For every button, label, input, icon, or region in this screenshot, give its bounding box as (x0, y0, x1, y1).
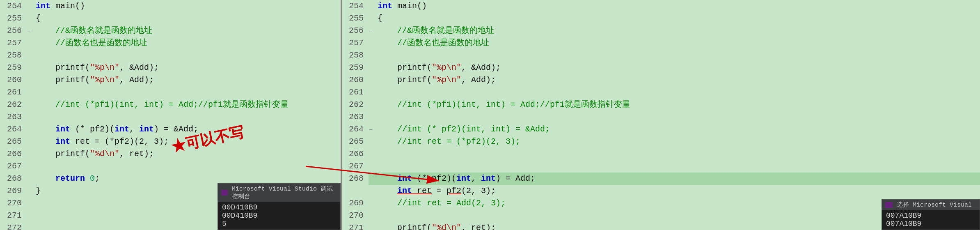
line-number: 263 (342, 111, 369, 123)
code-line-259: 259 printf("%p\n", &Add); (0, 62, 341, 74)
r-code-line-256: 256 – //&函数名就是函数的地址 (342, 25, 980, 37)
code-line-267: 267 (0, 160, 341, 172)
line-number: 261 (342, 86, 369, 99)
line-number: 266 (342, 148, 369, 160)
line-number: 261 (0, 86, 27, 99)
code-line-262: 262 //int (*pf1)(int, int) = Add;//pf1就是… (0, 99, 341, 111)
debug-console-body-left: 00D410B9 00D410B9 5 (218, 202, 340, 230)
line-content: int (* pf2)(int, int) = &Add; (34, 123, 341, 136)
line-number: 270 (0, 197, 27, 209)
line-number: 267 (0, 160, 27, 172)
line-content: //&函数名就是函数的地址 (376, 25, 980, 37)
r-code-line-268b: 268 int ret = pf2(2, 3); (342, 185, 980, 197)
line-number: 255 (0, 12, 27, 25)
line-content: //int (*pf1)(int, int) = Add;//pf1就是函数指针… (34, 99, 341, 111)
line-number: 264 (0, 123, 27, 136)
debug-title-text: Microsoft Visual Studio 调试控制台 (232, 185, 337, 200)
line-number: 269 (342, 197, 369, 209)
line-content: { (376, 12, 980, 25)
debug-console-left: Microsoft Visual Studio 调试控制台 00D410B9 0… (218, 183, 341, 230)
vs-icon (221, 190, 228, 196)
code-line-266: 266 printf("%d\n", ret); (0, 148, 341, 160)
line-number: 256 (342, 25, 369, 37)
line-marker: – (27, 25, 34, 37)
line-content: int ret = pf2(2, 3); (376, 185, 980, 197)
line-number: 265 (0, 136, 27, 148)
code-line-254: 254 int main() (0, 0, 341, 12)
code-line-265: 265 int ret = (*pf2)(2, 3); (0, 136, 341, 148)
debug-r-line-1: 007A10B9 (886, 212, 975, 220)
line-content: //函数名也是函数的地址 (34, 37, 341, 49)
line-number: 255 (342, 12, 369, 25)
line-number: 272 (0, 222, 27, 230)
debug-console-title-right: 选择 Microsoft Visual (882, 200, 980, 210)
line-content: printf("%p\n", Add); (34, 74, 341, 86)
debug-line-3: 5 (222, 220, 336, 228)
code-line-257: 257 //函数名也是函数的地址 (0, 37, 341, 49)
line-number: 271 (342, 222, 369, 230)
line-number: 263 (0, 111, 27, 123)
line-content: //int (* pf2)(int, int) = &Add; (376, 123, 980, 136)
r-code-line-255: 255 { (342, 12, 980, 25)
r-code-line-265: 265 //int ret = (*pf2)(2, 3); (342, 136, 980, 148)
debug-console-title-left: Microsoft Visual Studio 调试控制台 (218, 184, 340, 202)
code-line-256: 256 – //&函数名就是函数的地址 (0, 25, 341, 37)
line-number: 267 (342, 160, 369, 172)
line-number: 268 (0, 172, 27, 185)
line-content: //int ret = (*pf2)(2, 3); (376, 136, 980, 148)
vs-icon-right (885, 202, 893, 208)
line-number: 257 (0, 37, 27, 49)
r-code-line-263: 263 (342, 111, 980, 123)
r-code-line-254: 254 int main() (342, 0, 980, 12)
line-content: //&函数名就是函数的地址 (34, 25, 341, 37)
line-content: printf("%p\n", &Add); (34, 62, 341, 74)
line-number: 262 (0, 99, 27, 111)
line-number: 266 (0, 148, 27, 160)
line-content: printf("%p\n", &Add); (376, 62, 980, 74)
line-number: 271 (0, 209, 27, 222)
line-number: 270 (342, 209, 369, 222)
line-number: 265 (342, 136, 369, 148)
code-line-264: 264 int (* pf2)(int, int) = &Add; (0, 123, 341, 136)
line-number: 260 (0, 74, 27, 86)
debug-line-2: 00D410B9 (222, 212, 336, 220)
debug-line-1: 00D410B9 (222, 203, 336, 212)
debug-r-line-2: 007A10B9 (886, 220, 975, 228)
line-content: { (34, 12, 341, 25)
line-marker: – (369, 25, 376, 37)
line-number: 269 (0, 185, 27, 197)
line-marker: – (369, 123, 376, 136)
line-content: printf("%p\n", Add); (376, 74, 980, 86)
debug-console-right: 选择 Microsoft Visual 007A10B9 007A10B9 (882, 199, 980, 230)
right-code-area: 254 int main() 255 { 256 – //&函数名就是函数的地址… (342, 0, 980, 230)
line-number: 257 (342, 37, 369, 49)
r-code-line-258: 258 (342, 49, 980, 62)
r-code-line-264: 264 – //int (* pf2)(int, int) = &Add; (342, 123, 980, 136)
debug-console-body-right: 007A10B9 007A10B9 (882, 210, 980, 230)
line-number: 258 (0, 49, 27, 62)
line-number: 262 (342, 99, 369, 111)
line-number: 259 (342, 62, 369, 74)
r-code-line-268: 268 int (* pf2)(int, int) = Add; (342, 172, 980, 185)
line-number: 260 (342, 74, 369, 86)
debug-title-text-right: 选择 Microsoft Visual (897, 201, 972, 209)
right-code-panel: 254 int main() 255 { 256 – //&函数名就是函数的地址… (341, 0, 980, 230)
r-code-line-260: 260 printf("%p\n", Add); (342, 74, 980, 86)
line-number: 268 (342, 172, 369, 185)
line-content: int main() (34, 0, 341, 12)
r-code-line-267: 267 (342, 160, 980, 172)
line-content: //int (*pf1)(int, int) = Add;//pf1就是函数指针… (376, 99, 980, 111)
r-code-line-257: 257 //函数名也是函数的地址 (342, 37, 980, 49)
line-content: printf("%d\n", ret); (34, 148, 341, 160)
line-number: 264 (342, 123, 369, 136)
r-code-line-266: 266 (342, 148, 980, 160)
line-number: 254 (342, 0, 369, 12)
line-content: int ret = (*pf2)(2, 3); (34, 136, 341, 148)
line-number: 256 (0, 25, 27, 37)
code-line-255: 255 { (0, 12, 341, 25)
code-line-260: 260 printf("%p\n", Add); (0, 74, 341, 86)
r-code-line-262: 262 //int (*pf1)(int, int) = Add;//pf1就是… (342, 99, 980, 111)
line-number: 259 (0, 62, 27, 74)
code-line-261: 261 (0, 86, 341, 99)
line-content: //函数名也是函数的地址 (376, 37, 980, 49)
